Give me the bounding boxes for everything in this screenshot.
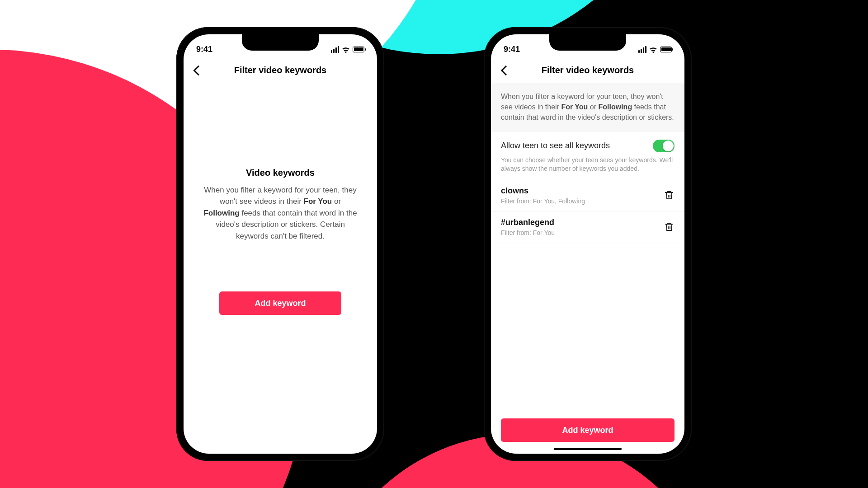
screen: 9:41 Filter video keywords When you filt… [491, 34, 684, 454]
add-keyword-button[interactable]: Add keyword [501, 418, 675, 442]
status-icons [331, 46, 364, 53]
keyword-text: #urbanlegend [501, 218, 555, 227]
keyword-sub: Filter from: For You, Following [501, 197, 585, 205]
keyword-sub: Filter from: For You [501, 229, 555, 236]
screen: 9:41 Filter video keywords Video keyword… [184, 34, 377, 454]
phones-container: 9:41 Filter video keywords Video keyword… [0, 0, 868, 488]
chevron-left-icon [193, 65, 204, 75]
status-icons [638, 46, 672, 53]
allow-teen-toggle[interactable] [653, 140, 675, 152]
empty-description: When you filter a keyword for your teen,… [202, 184, 359, 242]
wifi-icon [649, 46, 657, 52]
nav-header: Filter video keywords [184, 58, 377, 83]
empty-state: Video keywords When you filter a keyword… [184, 83, 377, 454]
delete-keyword-button[interactable] [664, 221, 675, 232]
toggle-knob [663, 141, 674, 151]
wifi-icon [342, 46, 350, 52]
status-time: 9:41 [196, 45, 212, 54]
empty-title: Video keywords [246, 168, 315, 178]
add-keyword-button[interactable]: Add keyword [219, 291, 341, 315]
page-title: Filter video keywords [542, 65, 634, 75]
delete-keyword-button[interactable] [664, 190, 675, 201]
chevron-left-icon [501, 65, 511, 75]
trash-icon [664, 221, 675, 232]
info-description: When you filter a keyword for your teen,… [491, 83, 684, 131]
battery-icon [660, 47, 672, 52]
cellular-icon [638, 46, 646, 53]
trash-icon [664, 190, 675, 201]
keyword-row: clowns Filter from: For You, Following [491, 180, 684, 211]
back-button[interactable] [499, 64, 513, 77]
notch [549, 34, 626, 51]
phone-keyword-list: 9:41 Filter video keywords When you filt… [484, 27, 692, 461]
nav-header: Filter video keywords [491, 58, 684, 83]
battery-icon [353, 47, 364, 52]
notch [242, 34, 319, 51]
toggle-label: Allow teen to see all keywords [501, 141, 610, 150]
spacer [491, 243, 684, 418]
allow-teen-toggle-row: Allow teen to see all keywords You can c… [491, 131, 684, 180]
back-button[interactable] [192, 64, 205, 77]
toggle-sublabel: You can choose whether your teen sees yo… [501, 156, 675, 174]
cellular-icon [331, 46, 339, 53]
keyword-row: #urbanlegend Filter from: For You [491, 211, 684, 243]
home-indicator [554, 448, 622, 450]
keyword-text: clowns [501, 186, 585, 196]
phone-empty-state: 9:41 Filter video keywords Video keyword… [176, 27, 384, 461]
status-time: 9:41 [504, 45, 520, 54]
page-title: Filter video keywords [234, 65, 327, 75]
